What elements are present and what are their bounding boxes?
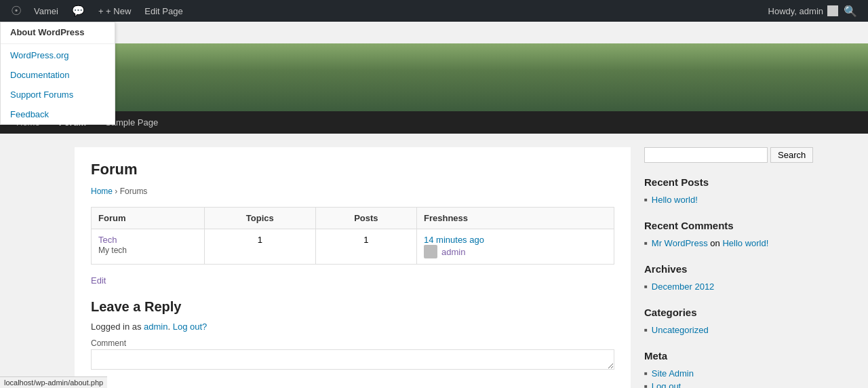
forum-name-link[interactable]: Tech [98, 235, 117, 245]
new-content-link[interactable]: + + New [92, 0, 138, 22]
meta-widget: Meta Site Admin Log out Entries RSS Comm… [644, 350, 793, 388]
content-wrapper: Forum Home › Forums Forum Topics Posts F… [68, 134, 800, 388]
recent-comments-list: Mr WordPress on Hello world! [644, 237, 793, 250]
about-wp-feedback[interactable]: Feedback [1, 104, 115, 124]
meta-list: Site Admin Log out Entries RSS Comments … [644, 367, 793, 388]
col-freshness: Freshness [417, 208, 614, 229]
freshness-user-link[interactable]: admin [441, 247, 465, 257]
about-wp-support-forums[interactable]: Support Forums [1, 85, 115, 104]
forum-name-cell: Tech My tech [92, 229, 205, 265]
header-image [0, 43, 868, 111]
commenter-link[interactable]: Mr WordPress [652, 238, 708, 248]
user-avatar-icon [424, 245, 437, 258]
meta-site-admin-link[interactable]: Site Admin [652, 368, 694, 379]
archives-title: Archives [644, 263, 793, 275]
search-widget: Search [644, 147, 793, 163]
freshness-user: admin [424, 245, 607, 258]
about-wp-title[interactable]: About WordPress [1, 22, 115, 42]
comment-section: Comment [91, 338, 614, 372]
comment-bubble-icon: 💬 [72, 5, 85, 17]
sidebar: Search Recent Posts Hello world! Recent … [644, 147, 793, 388]
list-item: December 2012 [644, 280, 793, 293]
comment-author: Mr WordPress on Hello world! [652, 238, 768, 248]
adminbar-search-button[interactable]: 🔍 [838, 0, 863, 22]
avatar [827, 5, 838, 16]
col-posts: Posts [315, 208, 416, 229]
howdy-text: Howdy, admin [768, 6, 823, 16]
plus-icon: + [98, 6, 104, 16]
page-title: Forum [91, 161, 614, 178]
forum-posts-cell: 1 [315, 229, 416, 265]
recent-posts-widget: Recent Posts Hello world! [644, 176, 793, 206]
breadcrumb-current: Forums [120, 187, 148, 196]
logged-in-user-link[interactable]: admin [144, 322, 167, 332]
forum-description: My tech [98, 246, 127, 255]
statusbar-url: localhost/wp-admin/about.php [4, 379, 103, 387]
table-row: Tech My tech 1 1 14 minutes ago admin [92, 229, 614, 265]
categories-title: Categories [644, 307, 793, 318]
breadcrumb-separator: › [115, 187, 119, 196]
meta-logout-link[interactable]: Log out [652, 381, 681, 388]
site-name-link[interactable]: Vamei [27, 0, 65, 22]
archives-list: December 2012 [644, 280, 793, 293]
freshness-link[interactable]: 14 minutes ago [424, 235, 484, 245]
forum-topics-cell: 1 [204, 229, 315, 265]
forum-freshness-cell: 14 minutes ago admin [417, 229, 614, 265]
comment-textarea[interactable] [91, 349, 614, 370]
edit-section: Edit [91, 275, 614, 286]
comment-label: Comment [91, 338, 614, 348]
logged-in-text: Logged in as admin. Log out? [91, 322, 614, 332]
recent-comments-title: Recent Comments [644, 220, 793, 231]
page-wrapper: Home Forum Sample Page Forum Home › Foru… [0, 43, 868, 388]
breadcrumb-home-link[interactable]: Home [91, 187, 113, 196]
col-forum: Forum [92, 208, 205, 229]
edit-link[interactable]: Edit [91, 275, 106, 286]
site-nav: Home Forum Sample Page [0, 111, 868, 134]
header-background [0, 43, 868, 111]
breadcrumb: Home › Forums [91, 187, 614, 196]
admin-bar: ☉ About WordPress WordPress.org Document… [0, 0, 868, 22]
comment-on: on [710, 238, 719, 248]
list-item: Site Admin [644, 367, 793, 380]
archive-link[interactable]: December 2012 [652, 282, 715, 292]
site-header: Home Forum Sample Page [0, 43, 868, 134]
search-form: Search [644, 147, 793, 163]
nav-menu: Home Forum Sample Page [0, 111, 868, 134]
about-wp-wordpress-org[interactable]: WordPress.org [1, 45, 115, 65]
col-topics: Topics [204, 208, 315, 229]
comments-icon-link[interactable]: 💬 [65, 0, 92, 22]
list-item: Hello world! [644, 193, 793, 206]
leave-reply-title: Leave a Reply [91, 299, 614, 315]
list-item: Mr WordPress on Hello world! [644, 237, 793, 250]
list-item: Log out [644, 380, 793, 388]
forum-table: Forum Topics Posts Freshness Tech My tec… [91, 207, 614, 265]
search-input[interactable] [644, 147, 768, 163]
wp-logo[interactable]: ☉ [5, 0, 27, 22]
logged-in-label: Logged in as [91, 322, 141, 332]
log-out-link[interactable]: Log out? [173, 322, 208, 332]
recent-posts-list: Hello world! [644, 193, 793, 206]
recent-posts-title: Recent Posts [644, 176, 793, 188]
main-content: Forum Home › Forums Forum Topics Posts F… [75, 147, 631, 388]
search-button[interactable]: Search [770, 147, 813, 163]
list-item: Uncategorized [644, 324, 793, 336]
statusbar: localhost/wp-admin/about.php [0, 376, 107, 388]
categories-list: Uncategorized [644, 324, 793, 336]
about-wp-documentation[interactable]: Documentation [1, 65, 115, 85]
category-link[interactable]: Uncategorized [652, 325, 709, 335]
recent-post-link[interactable]: Hello world! [652, 195, 698, 205]
categories-widget: Categories Uncategorized [644, 307, 793, 336]
adminbar-right: Howdy, admin 🔍 [768, 0, 863, 22]
archives-widget: Archives December 2012 [644, 263, 793, 293]
edit-page-link[interactable]: Edit Page [138, 0, 189, 22]
meta-title: Meta [644, 350, 793, 362]
new-label: + New [106, 6, 131, 16]
about-wp-dropdown: About WordPress WordPress.org Documentat… [0, 22, 115, 125]
recent-comments-widget: Recent Comments Mr WordPress on Hello wo… [644, 220, 793, 250]
commented-post-link[interactable]: Hello world! [722, 238, 768, 248]
